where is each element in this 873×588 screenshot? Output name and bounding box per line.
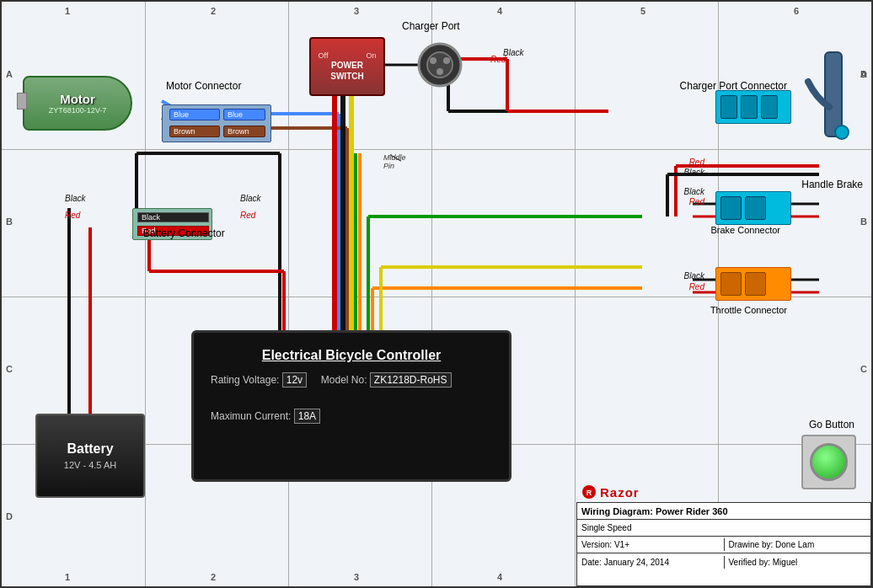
go-button-container [801,435,856,489]
grid-label-row-a: A [6,69,13,79]
grid-label-row-b-right: B [860,216,867,227]
date-cell: Date: January 24, 2014 [577,556,725,569]
grid-col-4 [575,2,576,586]
power-switch[interactable]: Off On POWERSWITCH [309,37,385,96]
svg-rect-44 [825,52,842,136]
svg-point-41 [430,57,436,64]
grid-label-row-d-right: D [860,69,867,79]
motor-model: ZYT68100-12V-7 [49,106,107,115]
motor-blue2-label: Blue [228,110,243,119]
grid-label-col6: 6 [794,6,799,16]
grid-label-col4: 4 [497,6,502,16]
wire-label-red-brake: Red [689,158,704,167]
brake-connector-label: Brake Connector [710,225,780,235]
brake-connector-block [715,191,791,225]
model-value: ZK1218D-RoHS [370,372,452,388]
current-value: 18A [294,409,320,424]
controller-box: Electrical Bicycle Controller Rating Vol… [191,330,511,482]
motor-label: Motor [60,92,95,106]
grid-label-col2: 2 [211,6,216,16]
grid-label-row-c-right: C [860,364,867,374]
controller-title: Electrical Bicycle Controller [194,333,509,363]
svg-text:R: R [586,489,592,497]
battery-spec: 12V - 4.5 AH [64,460,116,470]
motor-connector-label: Motor Connector [166,80,241,92]
battery-label: Battery [67,441,113,457]
svg-point-42 [443,57,450,64]
switch-label: POWERSWITCH [330,60,363,82]
charger-port-label: Charger Port [402,20,460,32]
rating-label: Rating Voltage: [211,374,279,386]
title-row-version: Version: V1+ Drawine by: Done Lam [577,537,870,553]
throttle-connector-block [715,267,791,301]
drawn-by-label: Drawine by: [729,540,776,549]
grid-label-row-d-left: D [6,511,13,521]
motor-shaft [17,93,27,110]
version-value: V1+ [614,540,629,549]
wiring-diagram-title: Wiring Diagram: Power Rider 360 [577,505,870,518]
middle-pin-label: MiddlePin [383,153,406,170]
title-block: R Razor Wiring Diagram: Power Rider 360 … [576,502,871,586]
grid-label-col3: 3 [354,6,359,16]
wire-label-black-brake: Black [684,168,704,177]
throttle-connector-label: Throttle Connector [710,305,787,315]
handle-brake-label: Handle Brake [801,179,863,190]
motor: Motor ZYT68100-12V-7 [23,76,132,131]
switch-off: Off [319,51,329,60]
title-row-main: Wiring Diagram: Power Rider 360 [577,503,870,520]
grid-label-bot1: 1 [65,572,70,582]
battery: Battery 12V - 4.5 AH [35,414,145,498]
razor-logo-row: R Razor [577,484,872,500]
rating-value: 12v [282,372,307,388]
grid-col-2 [288,2,289,586]
wire-label-black-batt2: Black [240,194,260,203]
handle-brake [800,48,859,174]
grid-label-bot2: 2 [211,572,216,582]
wire-label-black-thr: Black [684,271,704,281]
svg-point-45 [835,126,849,139]
motor-connector-block: Blue Blue Brown Brown [162,104,271,142]
grid-row-a [2,149,871,150]
current-label: Maximun Current: [211,410,291,422]
title-row-subtitle: Single Speed [577,520,870,537]
grid-label-col5: 5 [640,6,645,16]
go-button-label: Go Button [809,419,854,430]
razor-logo-icon: R [581,484,597,500]
motor-blue-label: Blue [174,110,189,119]
wire-label-red-batt2: Red [240,211,255,220]
charger-connector-label: Charger Port Connector [680,80,787,92]
wire-label-red-brake2: Red [689,197,704,206]
verified-by-label: Verified by: [729,558,773,567]
switch-off-on: Off On [319,51,377,60]
grid-label-col1: 1 [65,6,70,16]
diagram-container: 1 2 3 4 5 6 1 2 3 4 5 6 A B C D A B C D [0,0,873,588]
wire-label-black-chg: Black [503,48,523,57]
wire-label-black-batt: Black [65,194,85,203]
model-label: Model No: [321,374,367,386]
grid-col-1 [145,2,146,586]
title-row-date: Date: January 24, 2014 Verified by: Migu… [577,553,870,570]
controller-info: Rating Voltage: 12v Model No: ZK1218D-Ro… [194,363,509,435]
wiring-subtitle: Single Speed [577,521,870,534]
wire-label-red-batt: Red [65,211,80,220]
version-cell: Version: V1+ [577,538,725,551]
wire-label-red-chg: Red [490,55,506,64]
grid-label-bot4: 4 [497,572,502,582]
battery-connector-label: Battery Connector [143,227,225,239]
svg-point-43 [436,68,443,75]
date-label: Date: [581,558,604,567]
batt-black-label: Black [142,213,160,222]
verified-by-value: Miguel [773,558,797,567]
grid-label-bot3: 3 [354,572,359,582]
charger-connector-block [715,90,791,124]
grid-label-row-c: C [6,364,13,374]
switch-on: On [366,51,376,60]
drawn-by-value: Done Lam [775,540,814,549]
date-value: January 24, 2014 [604,558,669,567]
wire-label-black-brake2: Black [684,187,704,196]
grid-label-row-b: B [6,216,13,227]
go-button[interactable] [810,443,848,481]
motor-brown2-label: Brown [228,127,249,136]
razor-logo-text: Razor [600,485,640,500]
version-label: Version: [581,540,614,549]
